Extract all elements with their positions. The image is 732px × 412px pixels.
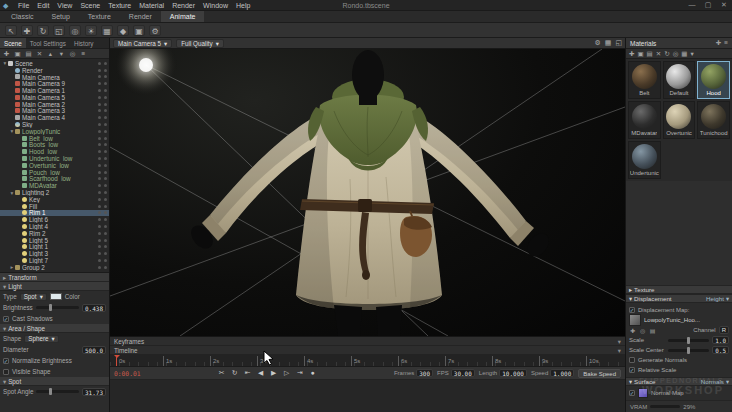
visibility-toggle[interactable] xyxy=(98,211,101,214)
lock-toggle[interactable] xyxy=(104,245,107,248)
normal-map-thumbnail[interactable] xyxy=(638,388,648,398)
delete-material-icon[interactable]: ✕ xyxy=(656,50,661,58)
displacement-section-header[interactable]: ▾ Displacement Height ▾ xyxy=(626,294,732,303)
texture-section-header[interactable]: ▸ Texture xyxy=(626,285,732,294)
lock-toggle[interactable] xyxy=(104,143,107,146)
go-end-icon[interactable]: ⇥ xyxy=(295,369,304,377)
search-icon[interactable]: ◎ xyxy=(68,49,77,58)
render-settings-icon[interactable]: ▣ xyxy=(133,25,145,36)
visible-shape-checkbox[interactable] xyxy=(3,369,9,375)
viewport-canvas[interactable] xyxy=(110,49,625,336)
texture-settings-icon[interactable]: ▤ xyxy=(649,327,656,334)
visibility-toggle[interactable] xyxy=(98,123,101,126)
diameter-field[interactable]: 500.0 xyxy=(82,346,106,354)
visibility-toggle[interactable] xyxy=(98,150,101,153)
library-icon[interactable]: ▦ xyxy=(681,50,687,58)
go-start-icon[interactable]: ⇤ xyxy=(243,369,252,377)
visibility-toggle[interactable] xyxy=(98,225,101,228)
visibility-toggle[interactable] xyxy=(98,177,101,180)
lock-toggle[interactable] xyxy=(104,191,107,194)
lock-toggle[interactable] xyxy=(104,150,107,153)
brightness-slider[interactable] xyxy=(36,306,79,309)
chevron-down-icon[interactable]: ▾ xyxy=(618,338,621,345)
visibility-toggle[interactable] xyxy=(98,252,101,255)
filter-icon[interactable]: ≡ xyxy=(79,49,88,58)
lock-toggle[interactable] xyxy=(104,137,107,140)
menu-item[interactable]: Help xyxy=(232,0,254,11)
visibility-toggle[interactable] xyxy=(98,103,101,106)
normal-map-checkbox[interactable]: ✓ xyxy=(629,390,635,396)
timeline-track[interactable]: Timeline ▾ xyxy=(110,346,625,355)
lock-toggle[interactable] xyxy=(104,205,107,208)
visibility-toggle[interactable] xyxy=(98,239,101,242)
quality-selector[interactable]: Full Quality ▾ xyxy=(176,39,224,48)
menu-item[interactable]: Render xyxy=(168,0,199,11)
Undertunic[interactable]: Undertunic xyxy=(628,141,661,179)
menu-item[interactable]: View xyxy=(53,0,76,11)
cut-icon[interactable]: ✂ xyxy=(217,369,226,377)
menu-item[interactable]: Texture xyxy=(104,0,135,11)
move-tool-icon[interactable]: ✚ xyxy=(21,25,33,36)
Tunichood[interactable]: Tunichood xyxy=(697,101,730,139)
workspace-tab[interactable]: Render xyxy=(120,11,161,22)
normalize-brightness-checkbox[interactable]: ✓ xyxy=(3,358,9,364)
duplicate-material-icon[interactable]: ▤ xyxy=(647,50,653,58)
lock-toggle[interactable] xyxy=(104,103,107,106)
menu-item[interactable]: Edit xyxy=(33,0,53,11)
move-down-icon[interactable]: ▾ xyxy=(57,49,66,58)
rotate-tool-icon[interactable]: ↻ xyxy=(37,25,49,36)
visibility-toggle[interactable] xyxy=(98,259,101,262)
add-folder-icon[interactable]: ▣ xyxy=(13,49,22,58)
refresh-icon[interactable]: ↻ xyxy=(664,50,669,58)
new-folder-icon[interactable]: ▣ xyxy=(637,50,643,58)
surface-section-header[interactable]: ▾ Surface Normals ▾ xyxy=(626,377,732,386)
search-icon[interactable]: ◎ xyxy=(673,50,679,58)
scale-field[interactable]: 1.0 xyxy=(712,336,729,344)
lock-toggle[interactable] xyxy=(104,184,107,187)
new-material-icon[interactable]: ✚ xyxy=(629,50,634,58)
close-button[interactable]: ✕ xyxy=(719,1,729,9)
visibility-toggle[interactable] xyxy=(98,143,101,146)
visibility-toggle[interactable] xyxy=(98,137,101,140)
lock-toggle[interactable] xyxy=(104,171,107,174)
menu-item[interactable]: Material xyxy=(135,0,168,11)
visibility-toggle[interactable] xyxy=(98,62,101,65)
surface-mode-select[interactable]: Normals ▾ xyxy=(701,377,729,386)
focus-tool-icon[interactable]: ◎ xyxy=(69,25,81,36)
visibility-toggle[interactable] xyxy=(98,96,101,99)
displacement-map-thumbnail[interactable] xyxy=(629,314,641,326)
menu-item[interactable]: Window xyxy=(199,0,232,11)
scale-center-slider[interactable] xyxy=(668,349,709,352)
cast-shadows-checkbox[interactable]: ✓ xyxy=(3,316,9,322)
viewport-maximize-icon[interactable]: ◱ xyxy=(615,39,622,47)
Default[interactable]: Default xyxy=(663,61,696,99)
new-material-icon[interactable]: ✚ xyxy=(716,39,721,47)
lock-toggle[interactable] xyxy=(104,266,107,269)
lock-toggle[interactable] xyxy=(104,89,107,92)
lock-toggle[interactable] xyxy=(104,109,107,112)
spot-angle-field[interactable]: 31.73 xyxy=(82,388,106,396)
timeline-field[interactable]: Speed1.000 xyxy=(531,369,574,377)
material-menu-icon[interactable]: ≡ xyxy=(724,39,728,47)
visibility-toggle[interactable] xyxy=(98,266,101,269)
channel-value[interactable]: R xyxy=(719,326,729,334)
generate-normals-checkbox[interactable] xyxy=(629,357,635,363)
workspace-tab[interactable]: Setup xyxy=(43,11,79,22)
light-type-select[interactable]: Spot ▾ xyxy=(20,293,47,301)
tree-item[interactable]: ▸ Group 2 xyxy=(0,264,109,271)
viewport-settings-icon[interactable]: ⚙ xyxy=(594,39,600,47)
lock-toggle[interactable] xyxy=(104,130,107,133)
add-material-icon[interactable]: ◆ xyxy=(117,25,129,36)
visibility-toggle[interactable] xyxy=(98,218,101,221)
playhead[interactable] xyxy=(116,355,117,366)
visibility-toggle[interactable] xyxy=(98,198,101,201)
Belt[interactable]: Belt xyxy=(628,61,661,99)
select-tool-icon[interactable]: ↖ xyxy=(5,25,17,36)
lock-toggle[interactable] xyxy=(104,259,107,262)
visibility-toggle[interactable] xyxy=(98,75,101,78)
duplicate-icon[interactable]: ▤ xyxy=(24,49,33,58)
menu-item[interactable]: Scene xyxy=(76,0,104,11)
spot-section-header[interactable]: ▾ Spot xyxy=(0,377,109,386)
delete-icon[interactable]: ✕ xyxy=(35,49,44,58)
visibility-toggle[interactable] xyxy=(98,89,101,92)
